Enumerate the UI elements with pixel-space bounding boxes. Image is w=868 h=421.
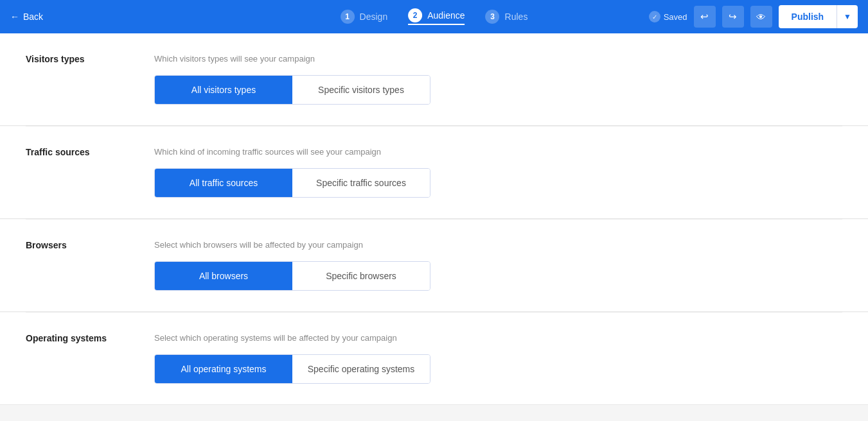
specific-os-button[interactable]: Specific operating systems (292, 355, 430, 383)
all-browsers-button[interactable]: All browsers (155, 262, 292, 290)
step-audience-label: Audience (427, 10, 465, 21)
step-audience[interactable]: 2 Audience (408, 8, 465, 25)
visitors-types-description: Which visitors types will see your campa… (154, 54, 842, 64)
visitors-types-section: Visitors types Which visitors types will… (0, 33, 868, 126)
publish-dropdown-button[interactable]: ▼ (837, 5, 858, 28)
traffic-sources-description: Which kind of incoming traffic sources w… (154, 147, 842, 157)
undo-button[interactable]: ↩ (694, 6, 716, 28)
preview-button[interactable]: 👁 (750, 6, 772, 28)
operating-systems-description: Select which operating systems will be a… (154, 333, 842, 343)
main-content: Visitors types Which visitors types will… (0, 33, 868, 421)
all-os-button[interactable]: All operating systems (155, 355, 292, 383)
operating-systems-body: Select which operating systems will be a… (154, 333, 842, 384)
saved-status: ✓ Saved (649, 11, 687, 22)
browsers-description: Select which browsers will be affected b… (154, 240, 842, 250)
browsers-body: Select which browsers will be affected b… (154, 240, 842, 291)
step-rules-badge: 3 (486, 10, 500, 24)
traffic-sources-toggle: All traffic sources Specific traffic sou… (154, 168, 430, 198)
step-audience-badge: 2 (408, 8, 422, 22)
saved-check-icon: ✓ (649, 11, 660, 22)
step-rules[interactable]: 3 Rules (486, 10, 528, 24)
browsers-section: Browsers Select which browsers will be a… (0, 219, 868, 312)
specific-browsers-button[interactable]: Specific browsers (292, 262, 430, 290)
visitors-types-toggle: All visitors types Specific visitors typ… (154, 75, 430, 105)
step-design[interactable]: 1 Design (341, 10, 388, 24)
operating-systems-toggle: All operating systems Specific operating… (154, 354, 430, 384)
specific-traffic-button[interactable]: Specific traffic sources (292, 169, 430, 197)
browsers-label: Browsers (26, 240, 154, 291)
publish-button[interactable]: Publish (779, 5, 837, 28)
operating-systems-label: Operating systems (26, 333, 154, 384)
back-button[interactable]: ← Back (10, 12, 43, 22)
all-traffic-button[interactable]: All traffic sources (155, 169, 292, 197)
publish-group: Publish ▼ (779, 5, 858, 28)
all-visitors-button[interactable]: All visitors types (155, 76, 292, 104)
traffic-sources-body: Which kind of incoming traffic sources w… (154, 147, 842, 198)
browsers-toggle: All browsers Specific browsers (154, 261, 430, 291)
back-label: Back (23, 12, 43, 22)
visitors-types-body: Which visitors types will see your campa… (154, 54, 842, 105)
traffic-sources-section: Traffic sources Which kind of incoming t… (0, 126, 868, 219)
operating-systems-section: Operating systems Select which operating… (0, 313, 868, 405)
step-design-label: Design (360, 12, 388, 22)
step-rules-label: Rules (505, 12, 528, 22)
steps-nav: 1 Design 2 Audience 3 Rules (341, 8, 528, 25)
step-design-badge: 1 (341, 10, 355, 24)
visitors-types-label: Visitors types (26, 54, 154, 105)
header-right: ✓ Saved ↩ ↪ 👁 Publish ▼ (649, 5, 858, 28)
redo-button[interactable]: ↪ (722, 6, 744, 28)
back-arrow-icon: ← (10, 12, 19, 22)
specific-visitors-button[interactable]: Specific visitors types (292, 76, 430, 104)
header: ← Back 1 Design 2 Audience 3 Rules ✓ Sav… (0, 0, 868, 33)
saved-label: Saved (664, 12, 687, 22)
traffic-sources-label: Traffic sources (26, 147, 154, 198)
